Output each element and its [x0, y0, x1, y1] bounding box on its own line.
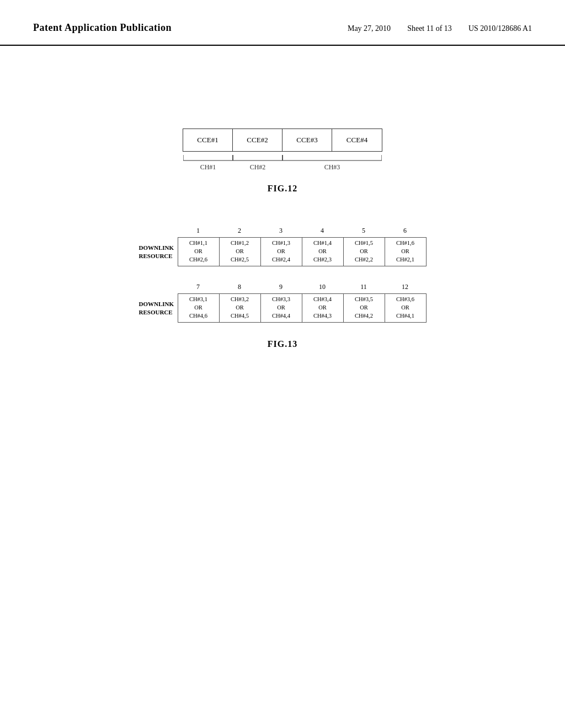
cce-cell-3: CCE#3 [282, 129, 332, 151]
col-num-4: 4 [302, 227, 343, 235]
col-num-8: 8 [219, 283, 260, 291]
col-num-7: 7 [178, 283, 219, 291]
table-cell-1-6: CH#1,6 OR CH#2,1 [385, 238, 426, 266]
table-row: CH#1,1 OR CH#2,6 CH#1,2 OR CH#2,5 [178, 238, 426, 266]
svg-text:CH#1: CH#1 [200, 163, 216, 171]
table-cell-1-3: CH#1,3 OR CH#2,4 [260, 238, 302, 266]
fig13-table1-wrapper: DOWNLINK RESOURCE CH#1,1 OR CH#2,6 [139, 237, 427, 266]
col-num-1: 1 [178, 227, 219, 235]
table-cell-2-1: CH#3,1 OR CH#4,6 [178, 294, 219, 323]
cce-cell-1: CCE#1 [183, 129, 233, 151]
table-cell-2-6: CH#3,6 OR CH#4,1 [385, 294, 426, 323]
col-nums-row-2: 7 8 9 10 11 12 [178, 283, 426, 291]
fig13-table1: CH#1,1 OR CH#2,6 CH#1,2 OR CH#2,5 [178, 237, 427, 266]
page-header: Patent Application Publication May 27, 2… [0, 0, 565, 46]
fig12-diagram: CCE#1 CCE#2 CCE#3 CCE#4 CH#1 CH#2 [183, 129, 382, 173]
sheet-info: Sheet 11 of 13 [407, 24, 452, 33]
fig13-table1-block: 1 2 3 4 5 6 DOWNLINK RESOURCE [139, 227, 427, 266]
header-meta: May 27, 2010 Sheet 11 of 13 US 2010/1286… [348, 24, 532, 33]
publication-title: Patent Application Publication [33, 22, 172, 34]
main-content: CCE#1 CCE#2 CCE#3 CCE#4 CH#1 CH#2 [0, 46, 565, 377]
fig13-section: 1 2 3 4 5 6 DOWNLINK RESOURCE [33, 227, 532, 349]
publication-date: May 27, 2010 [348, 24, 391, 33]
fig12-section: CCE#1 CCE#2 CCE#3 CCE#4 CH#1 CH#2 [33, 129, 532, 194]
table-cell-2-3: CH#3,3 OR CH#4,4 [260, 294, 302, 323]
fig13-table2-wrapper: DOWNLINK RESOURCE CH#3,1 OR CH#4,6 [139, 293, 427, 323]
svg-text:CH#3: CH#3 [324, 163, 340, 171]
cce-cell-2: CCE#2 [233, 129, 282, 151]
cce-cell-4: CCE#4 [332, 129, 382, 151]
col-num-12: 12 [385, 283, 426, 291]
fig13-caption: FIG.13 [268, 339, 297, 349]
table-cell-2-5: CH#3,5 OR CH#4,2 [343, 294, 385, 323]
svg-text:CH#2: CH#2 [250, 163, 266, 171]
col-num-3: 3 [260, 227, 302, 235]
col-num-6: 6 [385, 227, 426, 235]
fig13-table2-block: 7 8 9 10 11 12 DOWNLINK RESOURCE [139, 283, 427, 323]
fig13-table2: CH#3,1 OR CH#4,6 CH#3,2 OR CH#4,5 [178, 293, 427, 323]
col-nums-row-1: 1 2 3 4 5 6 [178, 227, 426, 235]
col-num-11: 11 [343, 283, 385, 291]
table-cell-1-4: CH#1,4 OR CH#2,3 [302, 238, 343, 266]
fig12-caption: FIG.12 [268, 184, 297, 194]
table-cell-2-2: CH#3,2 OR CH#4,5 [219, 294, 260, 323]
resource-label-1: DOWNLINK RESOURCE [139, 244, 172, 260]
table-cell-2-4: CH#3,4 OR CH#4,3 [302, 294, 343, 323]
col-num-5: 5 [343, 227, 385, 235]
col-num-2: 2 [219, 227, 260, 235]
ch-brackets-svg: CH#1 CH#2 CH#3 [183, 153, 382, 173]
patent-number: US 2010/128686 A1 [468, 24, 532, 33]
cce-row: CCE#1 CCE#2 CCE#3 CCE#4 [183, 129, 382, 152]
table-row: CH#3,1 OR CH#4,6 CH#3,2 OR CH#4,5 [178, 294, 426, 323]
table-cell-1-1: CH#1,1 OR CH#2,6 [178, 238, 219, 266]
table-cell-1-2: CH#1,2 OR CH#2,5 [219, 238, 260, 266]
col-num-9: 9 [260, 283, 302, 291]
resource-label-2: DOWNLINK RESOURCE [139, 300, 172, 316]
table-cell-1-5: CH#1,5 OR CH#2,2 [343, 238, 385, 266]
col-num-10: 10 [302, 283, 343, 291]
